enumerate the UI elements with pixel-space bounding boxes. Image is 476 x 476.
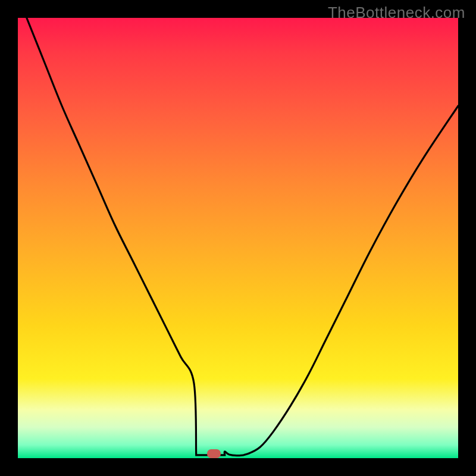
curve-layer xyxy=(18,18,458,458)
min-marker xyxy=(207,449,221,458)
bottleneck-curve xyxy=(27,18,458,456)
watermark-text: TheBottleneck.com xyxy=(328,4,465,22)
plot-area xyxy=(18,18,458,458)
chart-container: TheBottleneck.com xyxy=(0,0,476,476)
